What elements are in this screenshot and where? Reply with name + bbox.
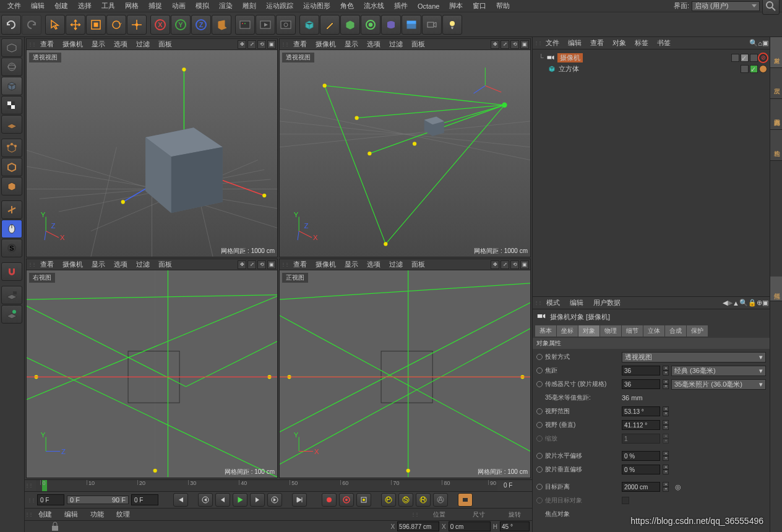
menu-item[interactable]: Octane [413, 1, 444, 11]
vp-nav-icon[interactable]: ✥ [238, 260, 246, 269]
anim-bullet[interactable] [536, 408, 543, 414]
bottom-menu-item[interactable]: 编辑 [58, 508, 84, 520]
menu-item[interactable]: 选择 [73, 0, 97, 12]
grip-icon[interactable] [25, 508, 32, 520]
attr-dropdown[interactable]: 35毫米照片 (36.0毫米)▾ [671, 379, 766, 390]
om-menu-item[interactable]: 书签 [653, 37, 675, 49]
edge-mode-button[interactable] [1, 158, 22, 176]
next-frame-button[interactable] [250, 493, 265, 507]
timeline-ruler[interactable]: 0 10 20 30 40 50 60 70 80 90 [36, 480, 497, 491]
menu-item[interactable]: 编辑 [26, 0, 49, 12]
tree-item-cube[interactable]: 立方体 ✓ [535, 63, 767, 74]
anim-bullet[interactable] [536, 497, 543, 504]
magnet-button[interactable] [1, 262, 22, 281]
camera-button[interactable] [422, 15, 442, 35]
home-icon[interactable]: ⌂ [758, 40, 762, 47]
rotate-tool[interactable] [106, 15, 126, 35]
spinner[interactable]: ▴▾ [663, 482, 669, 492]
vp-max-icon[interactable]: ▣ [267, 260, 276, 269]
viewport-canvas[interactable]: 右视图 [27, 270, 277, 477]
grip-icon[interactable] [281, 39, 288, 49]
target-picker-icon[interactable]: ◎ [675, 483, 681, 491]
menu-item[interactable]: 创建 [49, 0, 73, 12]
timeline[interactable]: 0 10 20 30 40 50 60 70 80 90 0 F [25, 479, 532, 491]
anim-bullet[interactable] [536, 381, 543, 387]
rot-h-field[interactable] [500, 521, 530, 531]
tab-coord[interactable]: 坐标 [557, 325, 578, 337]
tab-objects[interactable]: 对象 [770, 37, 782, 68]
grip-icon[interactable] [28, 259, 35, 270]
vp-rotate-icon[interactable]: ⟲ [257, 260, 266, 269]
om-menu-item[interactable]: 编辑 [564, 37, 586, 49]
viewport-canvas[interactable]: 透视视图 [27, 50, 277, 257]
scale-tool[interactable] [86, 15, 106, 35]
spinner[interactable]: ▴▾ [663, 379, 669, 389]
tab-detail[interactable]: 细节 [622, 325, 643, 337]
layer-tag[interactable] [731, 54, 739, 62]
om-menu-item[interactable]: 文件 [541, 37, 564, 49]
pen-tool-button[interactable] [320, 15, 340, 35]
render-view-button[interactable] [235, 15, 255, 35]
vp-menu-item[interactable]: 摄像机 [59, 259, 87, 270]
vp-menu-item[interactable]: 查看 [37, 259, 58, 270]
texture-mode-button[interactable] [1, 96, 22, 114]
prev-key-button[interactable] [198, 493, 213, 507]
am-menu-item[interactable]: 用户数据 [588, 297, 625, 309]
vp-rotate-icon[interactable]: ⟲ [510, 260, 519, 269]
spinner[interactable]: ▴▾ [663, 434, 669, 444]
deformer-button[interactable] [381, 15, 401, 35]
grip-icon[interactable] [281, 259, 288, 270]
end-frame-field[interactable] [131, 494, 158, 505]
grip-icon[interactable] [411, 508, 418, 520]
tab-composite[interactable]: 合成 [665, 325, 686, 337]
attr-input[interactable] [622, 465, 660, 474]
attr-input[interactable] [622, 451, 660, 461]
z-axis-toggle[interactable]: Z [191, 15, 211, 35]
tab-stereo[interactable]: 立体 [643, 325, 664, 337]
tab-object[interactable]: 对象 [578, 325, 599, 337]
attr-input[interactable] [622, 406, 660, 416]
move2-tool[interactable] [127, 15, 147, 35]
vp-zoom-icon[interactable]: ⤢ [501, 260, 509, 269]
max-icon[interactable]: ▣ [762, 39, 768, 47]
primitive-cube-button[interactable] [299, 15, 319, 35]
menu-item[interactable]: 插件 [389, 0, 413, 12]
anim-bullet[interactable] [536, 354, 543, 360]
attr-input[interactable] [622, 434, 660, 444]
attr-dropdown[interactable]: 透视视图▾ [622, 352, 766, 363]
vp-max-icon[interactable]: ▣ [520, 40, 529, 49]
tree-item-camera[interactable]: └ 摄像机 ✓ ⊘ [535, 52, 767, 63]
bottom-menu-item[interactable]: 创建 [32, 508, 58, 520]
tab-protect[interactable]: 保护 [687, 325, 708, 337]
om-menu-item[interactable]: 标签 [630, 37, 653, 49]
up-icon[interactable]: ▲ [733, 299, 739, 307]
play-button[interactable] [233, 493, 247, 507]
menu-item[interactable]: 工具 [97, 0, 120, 12]
vp-menu-item[interactable]: 选项 [363, 39, 384, 49]
vp-menu-item[interactable]: 摄像机 [59, 39, 87, 49]
axis-button[interactable] [1, 200, 22, 219]
layer-tag[interactable] [741, 65, 749, 73]
vp-nav-icon[interactable]: ✥ [491, 260, 499, 269]
frame-range-slider[interactable]: 0 F 90 F [67, 496, 129, 504]
vp-menu-item[interactable]: 显示 [341, 39, 362, 49]
bottom-menu-item[interactable]: 纹理 [110, 508, 136, 520]
vp-menu-item[interactable]: 面板 [155, 259, 176, 270]
menu-item[interactable]: 渲染 [214, 0, 238, 12]
attr-input[interactable] [622, 482, 660, 492]
vp-nav-icon[interactable]: ✥ [491, 40, 499, 49]
workplane-button[interactable] [1, 115, 22, 134]
rot-key-button[interactable]: R [416, 493, 431, 507]
object-tree[interactable]: └ 摄像机 ✓ ⊘ 立方体 [533, 49, 770, 296]
anim-bullet[interactable] [536, 484, 543, 490]
spinner[interactable]: ▴▾ [663, 406, 669, 416]
current-frame-field[interactable] [37, 494, 64, 505]
anim-bullet[interactable] [536, 367, 543, 374]
prev-frame-button[interactable] [215, 493, 230, 507]
record-button[interactable] [322, 493, 337, 507]
vp-menu-item[interactable]: 面板 [408, 259, 429, 270]
vp-zoom-icon[interactable]: ⤢ [247, 260, 256, 269]
fwd-icon[interactable]: ▶ [728, 299, 733, 307]
scale-key-button[interactable]: S [398, 493, 413, 507]
move-tool[interactable] [66, 15, 85, 35]
